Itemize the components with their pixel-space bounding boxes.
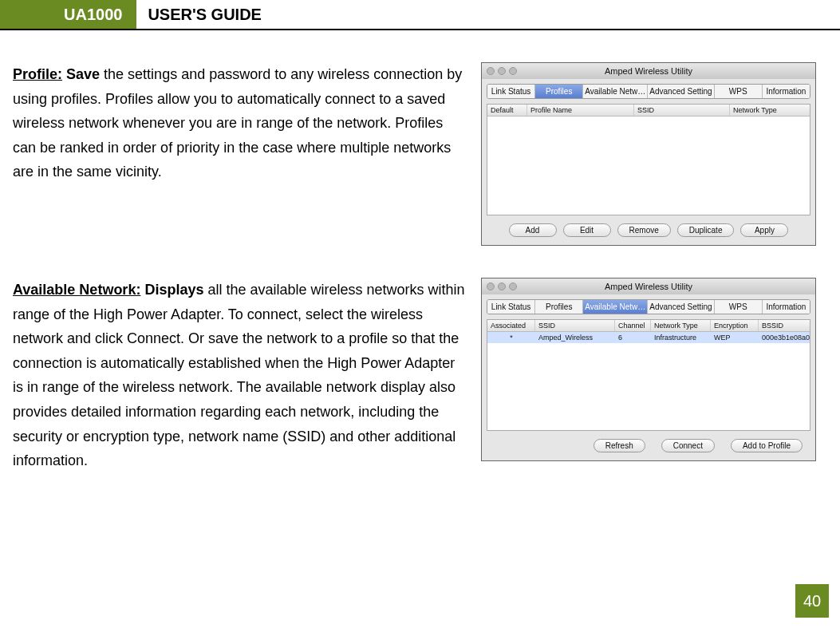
col-default: Default <box>487 105 527 116</box>
tab-profiles[interactable]: Profiles <box>535 300 583 314</box>
duplicate-button[interactable]: Duplicate <box>677 223 735 237</box>
tab-information[interactable]: Information <box>763 85 810 98</box>
tab-information[interactable]: Information <box>763 300 810 314</box>
col-associated: Associated <box>487 320 535 331</box>
tab-advanced-setting[interactable]: Advanced Setting <box>648 300 714 314</box>
available-lead: Displays <box>144 282 203 298</box>
available-heading: Available Network: <box>13 282 140 298</box>
connect-button[interactable]: Connect <box>661 439 715 452</box>
available-button-row: Refresh Connect Add to Profile <box>487 437 810 456</box>
profile-body: the settings and password to any wireles… <box>13 66 462 180</box>
add-button[interactable]: Add <box>509 223 557 237</box>
tab-profiles[interactable]: Profiles <box>535 85 583 98</box>
col-encryption: Encryption <box>711 320 759 331</box>
refresh-button[interactable]: Refresh <box>594 439 645 452</box>
profiles-list-header: Default Profile Name SSID Network Type <box>487 105 810 117</box>
tab-available-network[interactable]: Available Netw… <box>583 300 648 314</box>
cell-network-type: Infrastructure <box>651 332 711 343</box>
network-row[interactable]: * Amped_Wireless 6 Infrastructure WEP 00… <box>487 332 810 343</box>
cell-encryption: WEP <box>711 332 759 343</box>
window-titlebar: Amped Wireless Utility <box>482 63 815 79</box>
apply-button[interactable]: Apply <box>740 223 788 237</box>
cell-bssid: 000e3b1e08a0 <box>759 332 810 343</box>
cell-channel: 6 <box>615 332 651 343</box>
profiles-button-row: Add Edit Remove Duplicate Apply <box>487 222 810 240</box>
cell-ssid: Amped_Wireless <box>535 332 615 343</box>
section-profile: Profile: Save the settings and password … <box>13 62 816 246</box>
remove-button[interactable]: Remove <box>617 223 671 237</box>
tab-link-status[interactable]: Link Status <box>487 300 535 314</box>
profile-heading: Profile: <box>13 66 62 82</box>
available-list-header: Associated SSID Channel Network Type Enc… <box>487 320 810 332</box>
window-title: Amped Wireless Utility <box>482 66 815 76</box>
available-text: Available Network: Displays all the avai… <box>13 278 481 473</box>
tab-available-network[interactable]: Available Netw… <box>583 85 648 98</box>
tab-bar: Link Status Profiles Available Netw… Adv… <box>487 299 810 314</box>
page-header: UA1000 USER'S GUIDE <box>0 0 840 30</box>
edit-button[interactable]: Edit <box>563 223 611 237</box>
brand-badge: UA1000 <box>0 0 136 29</box>
col-ssid: SSID <box>535 320 615 331</box>
col-network-type: Network Type <box>651 320 711 331</box>
col-profile-name: Profile Name <box>527 105 634 116</box>
cell-associated: * <box>487 332 535 343</box>
profiles-list[interactable]: Default Profile Name SSID Network Type <box>487 104 810 215</box>
col-network-type: Network Type <box>730 105 810 116</box>
tab-wps[interactable]: WPS <box>715 85 763 98</box>
page-number: 40 <box>795 584 829 618</box>
profile-text: Profile: Save the settings and password … <box>13 62 481 184</box>
available-body: all the available wireless networks with… <box>13 282 465 468</box>
tab-bar: Link Status Profiles Available Netw… Adv… <box>487 84 810 99</box>
tab-link-status[interactable]: Link Status <box>487 85 535 98</box>
section-available-network: Available Network: Displays all the avai… <box>13 278 816 473</box>
guide-title: USER'S GUIDE <box>136 0 273 29</box>
col-bssid: BSSID <box>759 320 810 331</box>
profiles-screenshot: Amped Wireless Utility Link Status Profi… <box>481 62 816 246</box>
col-ssid: SSID <box>634 105 730 116</box>
profile-lead: Save <box>66 66 100 82</box>
window-titlebar: Amped Wireless Utility <box>482 278 815 294</box>
tab-wps[interactable]: WPS <box>715 300 763 314</box>
available-list[interactable]: Associated SSID Channel Network Type Enc… <box>487 319 810 431</box>
tab-advanced-setting[interactable]: Advanced Setting <box>648 85 714 98</box>
window-title: Amped Wireless Utility <box>482 282 815 291</box>
col-channel: Channel <box>615 320 651 331</box>
available-screenshot: Amped Wireless Utility Link Status Profi… <box>481 278 816 461</box>
add-to-profile-button[interactable]: Add to Profile <box>731 439 803 452</box>
